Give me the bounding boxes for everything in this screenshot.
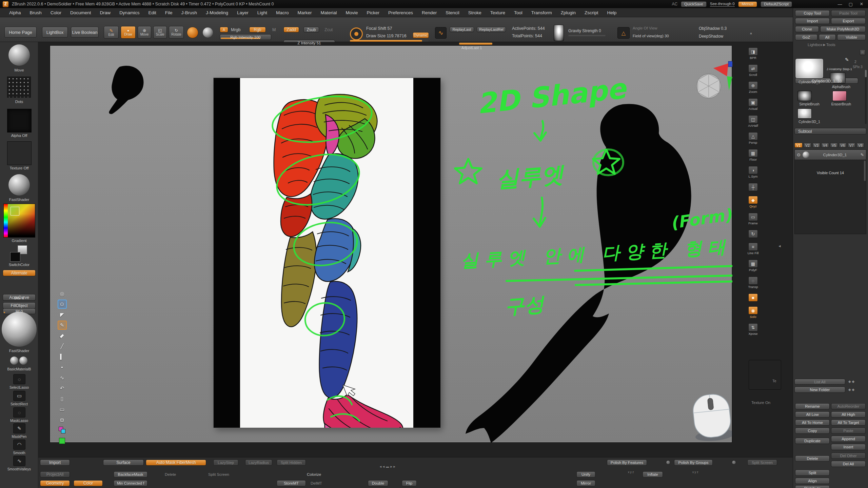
menu-picker[interactable]: Picker bbox=[362, 10, 384, 15]
active-color-chip[interactable] bbox=[58, 436, 67, 445]
solo-button[interactable]: ◉Solo bbox=[746, 306, 760, 319]
lightbox-button[interactable]: LightBox bbox=[42, 27, 68, 38]
menu-tool[interactable]: Tool bbox=[510, 10, 527, 15]
polish-groups-mode-dot[interactable] bbox=[732, 460, 736, 465]
tab-v7[interactable]: V7 bbox=[848, 143, 855, 148]
gizmo-icon[interactable]: ┼ bbox=[746, 183, 760, 191]
inflate-slider[interactable]: Inflate bbox=[643, 471, 663, 477]
tab-v1[interactable]: V1 bbox=[794, 143, 803, 148]
draw-mode-button[interactable]: ● Draw bbox=[121, 26, 136, 39]
tool-r-button[interactable]: R bbox=[860, 49, 866, 55]
tab-v5[interactable]: V5 bbox=[830, 143, 838, 148]
color-chips[interactable] bbox=[58, 426, 67, 435]
goz-button[interactable]: GoZ bbox=[795, 34, 817, 40]
split-button[interactable]: Split bbox=[795, 470, 830, 476]
backfacemask-button[interactable]: BackfaceMask bbox=[114, 471, 147, 477]
spline-icon[interactable]: ∿ bbox=[58, 373, 67, 382]
goz-all-button[interactable]: All bbox=[819, 34, 836, 40]
gravity-strength-slider[interactable]: Gravity Strength 0 bbox=[568, 28, 601, 33]
replay-last-button[interactable]: ReplayLast bbox=[450, 27, 474, 32]
distribute-button[interactable]: Distribute bbox=[795, 485, 830, 488]
mask-lasso-button[interactable]: ◌ bbox=[13, 407, 25, 418]
zoom-button[interactable]: ⊕Zoom bbox=[746, 81, 760, 94]
active-tool-thumbnail[interactable] bbox=[795, 58, 824, 79]
stroke-type-icon[interactable]: ∿ bbox=[435, 27, 447, 39]
duplicate-button[interactable]: Duplicate bbox=[795, 438, 830, 444]
rgb-button[interactable]: Rgb bbox=[249, 27, 266, 33]
smooth-brush-button[interactable]: ◠ bbox=[13, 440, 25, 450]
menu-layer[interactable]: Layer bbox=[233, 10, 253, 15]
document-canvas[interactable]: 2D Shape 실루엣 (Form) 실루엣 안에 다양한 형태들을 구성 bbox=[50, 45, 732, 443]
spix-track[interactable] bbox=[865, 70, 867, 124]
dynamic-button[interactable]: Dynamic bbox=[413, 32, 429, 38]
minimize-button[interactable]: — bbox=[836, 2, 844, 7]
move-mode-button[interactable]: ⊕ Move bbox=[138, 26, 151, 39]
polyf-button[interactable]: ▩PolyF bbox=[746, 260, 760, 272]
color-picker[interactable] bbox=[3, 204, 35, 238]
zadd-button[interactable]: Zadd bbox=[283, 27, 299, 33]
menu-draw[interactable]: Draw bbox=[96, 10, 115, 15]
menu-jbrush[interactable]: J-Brush bbox=[177, 10, 201, 15]
menu-jmodeling[interactable]: J-Modeling bbox=[201, 10, 233, 15]
menu-file[interactable]: File bbox=[161, 10, 177, 15]
sv-area[interactable] bbox=[8, 204, 35, 237]
all-low-button[interactable]: All Low bbox=[795, 411, 830, 418]
highlighter-icon[interactable]: ▮ bbox=[56, 329, 68, 342]
focal-shift-slider[interactable]: Focal Shift 57 bbox=[366, 26, 392, 31]
current-material-sphere[interactable] bbox=[203, 27, 213, 38]
shelf-collapse-icon[interactable]: ▲ bbox=[749, 31, 753, 35]
paint-chip-a[interactable]: A bbox=[220, 27, 228, 33]
fillobject-button[interactable]: FillObject bbox=[3, 302, 36, 309]
aahalf-button[interactable]: ◫AAHalf bbox=[746, 115, 760, 127]
copy-subtool-button[interactable]: Copy bbox=[795, 428, 830, 434]
new-folder-arrows[interactable]: ◆ ◆ bbox=[848, 388, 854, 391]
copy-tool-button[interactable]: Copy Tool bbox=[795, 10, 830, 16]
append-button[interactable]: Append bbox=[831, 436, 866, 442]
rename-button[interactable]: Rename bbox=[795, 403, 830, 409]
scroll-button[interactable]: ⇄Scroll bbox=[746, 64, 760, 77]
polish-by-groups-slider[interactable]: Polish By Groups bbox=[674, 460, 713, 466]
menu-render[interactable]: Render bbox=[417, 10, 441, 15]
menu-material[interactable]: Material bbox=[316, 10, 341, 15]
alpha-thumbnail[interactable] bbox=[554, 25, 564, 41]
simplebrush-thumbnail[interactable] bbox=[797, 91, 812, 101]
menu-preferences[interactable]: Preferences bbox=[384, 10, 417, 15]
material-big-thumbnail[interactable] bbox=[2, 312, 37, 347]
trash-icon[interactable]: ▯ bbox=[58, 394, 67, 403]
smooth-valleys-button[interactable]: ∿ bbox=[13, 456, 25, 466]
canvas-nav-arrows[interactable]: ◄◄ ▬ ►► bbox=[379, 465, 396, 468]
screen-icon[interactable]: ▭ bbox=[58, 405, 67, 414]
insert-button[interactable]: Insert bbox=[831, 444, 866, 450]
undo-icon[interactable]: ↶ bbox=[58, 384, 67, 393]
menu-alpha[interactable]: Alpha bbox=[5, 10, 25, 15]
close-button[interactable]: × bbox=[858, 1, 865, 7]
subtool-scrollbar[interactable] bbox=[864, 161, 866, 181]
ring-icon[interactable]: ◎ bbox=[58, 289, 67, 298]
align-button[interactable]: Align bbox=[795, 478, 830, 484]
frame-button[interactable]: ▭Frame bbox=[746, 213, 760, 225]
mask-pen-button[interactable]: ✎ bbox=[13, 423, 25, 433]
anatomy-brush-icon[interactable]: ✎ bbox=[845, 57, 852, 65]
menu-zplugin[interactable]: Zplugin bbox=[556, 10, 580, 15]
persp-button[interactable]: △Persp bbox=[746, 132, 760, 144]
flip-button[interactable]: Flip bbox=[402, 480, 417, 486]
color-button[interactable]: Color bbox=[74, 480, 103, 486]
seethrough-slider[interactable]: See-through 0 bbox=[710, 2, 735, 7]
deepshadow-slider[interactable]: DeepShadow bbox=[699, 34, 723, 39]
tab-v2[interactable]: V2 bbox=[804, 143, 811, 148]
alternate-button[interactable]: Alternate bbox=[3, 270, 36, 276]
polish-features-mode-dot[interactable] bbox=[666, 460, 670, 465]
all-to-target-button[interactable]: All To Target bbox=[831, 420, 866, 426]
panel-divider-arrow[interactable]: ◂ bbox=[778, 243, 781, 248]
menu-movie[interactable]: Movie bbox=[341, 10, 362, 15]
menu-brush[interactable]: Brush bbox=[25, 10, 46, 15]
all-to-home-button[interactable]: All To Home bbox=[795, 420, 830, 426]
inflate-xyz-toggles[interactable]: x y z bbox=[692, 470, 698, 474]
colorize-button[interactable]: Colorize bbox=[307, 472, 321, 476]
stroke-move-thumbnail[interactable] bbox=[8, 44, 30, 66]
all-high-button[interactable]: All High bbox=[831, 411, 866, 418]
ghost-button[interactable]: ■ bbox=[746, 293, 760, 302]
pencil-icon[interactable]: ╱ bbox=[58, 342, 67, 351]
unify-button[interactable]: Unify bbox=[576, 471, 595, 477]
del-all-button[interactable]: Del All bbox=[831, 461, 866, 467]
